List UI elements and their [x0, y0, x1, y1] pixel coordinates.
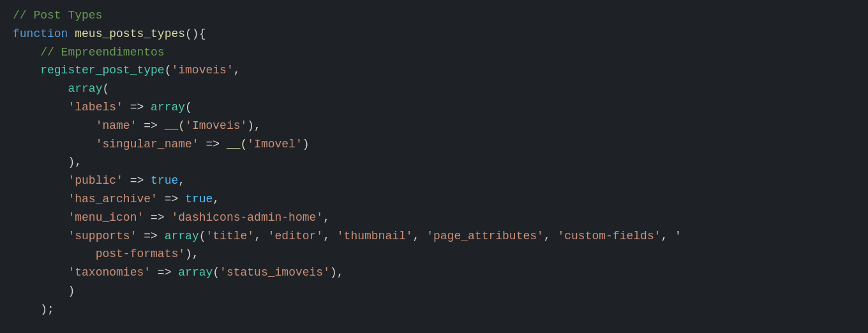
arrow-6: => — [151, 209, 165, 227]
code-line-3: // Empreendimentos — [0, 43, 868, 62]
string-custom-fields: 'custom-fields' — [557, 227, 661, 246]
string-imoveis-label: 'Imoveis' — [185, 117, 247, 135]
string-title: 'title' — [206, 227, 255, 246]
code-line-4: register_post_type ( 'imoveis' , — [0, 61, 868, 80]
key-supports: 'supports' — [68, 227, 137, 246]
func-register-post-type: register_post_type — [40, 61, 164, 80]
string-status-imoveis: 'status_imoveis' — [220, 263, 330, 282]
punctuation-open: (){ — [185, 25, 206, 43]
value-true-1: true — [151, 172, 178, 190]
key-labels: 'labels' — [68, 98, 123, 117]
string-post-formats: post-formats' — [96, 245, 185, 263]
key-has-archive: 'has_archive' — [68, 190, 157, 209]
string-dashicons: 'dashicons-admin-home' — [171, 209, 323, 227]
key-taxonomies: 'taxonomies' — [68, 263, 151, 282]
code-line-6: 'labels' => array ( — [0, 98, 868, 117]
keyword-array-2: array — [151, 98, 185, 117]
keyword-array-4: array — [178, 263, 213, 282]
code-line-5: array ( — [0, 80, 868, 98]
comment-empreendimentos: // Empreendimentos — [40, 43, 164, 62]
arrow-3: => — [206, 135, 220, 154]
func-dunder-2: __( — [227, 135, 247, 154]
code-line-9: ), — [0, 153, 868, 172]
key-public: 'public' — [68, 172, 123, 190]
value-true-2: true — [185, 190, 213, 209]
key-menu-icon: 'menu_icon' — [68, 209, 144, 227]
string-page-attributes: 'page_attributes' — [426, 227, 544, 246]
code-line-11: 'has_archive' => true , — [0, 190, 868, 209]
code-line-14: post-formats' ), — [0, 245, 868, 263]
keyword-array-3: array — [165, 227, 199, 246]
arrow-4: => — [130, 172, 144, 190]
code-line-8: 'singular_name' => __( 'Imovel' ) — [0, 135, 868, 154]
func-dunder-1: __( — [165, 117, 185, 135]
code-line-16: ) — [0, 282, 868, 300]
arrow-1: => — [130, 98, 144, 117]
key-singular-name: 'singular_name' — [96, 135, 199, 154]
string-imoveis: 'imoveis' — [171, 61, 233, 80]
code-line-2: function meus_posts_types (){ — [0, 25, 868, 43]
arrow-7: => — [144, 227, 158, 246]
key-name: 'name' — [96, 117, 137, 135]
arrow-2: => — [144, 117, 158, 135]
keyword-function: function — [13, 25, 68, 43]
code-line-13: 'supports' => array ( 'title' , 'editor'… — [0, 227, 868, 246]
code-line-12: 'menu_icon' => 'dashicons-admin-home' , — [0, 209, 868, 227]
string-imovel-label: 'Imovel' — [247, 135, 302, 154]
string-editor: 'editor' — [268, 227, 323, 246]
code-line-17: ); — [0, 300, 868, 319]
arrow-5: => — [165, 190, 179, 209]
code-line-15: 'taxonomies' => array ( 'status_imoveis'… — [0, 263, 868, 282]
function-name-meus-posts-types: meus_posts_types — [75, 25, 185, 43]
code-line-1: // Post Types — [0, 6, 868, 25]
code-line-10: 'public' => true , — [0, 172, 868, 190]
code-line-7: 'name' => __( 'Imoveis' ), — [0, 117, 868, 135]
arrow-8: => — [158, 263, 172, 282]
code-editor: // Post Types function meus_posts_types … — [0, 0, 868, 333]
string-thumbnail: 'thumbnail' — [337, 227, 413, 246]
keyword-array-1: array — [68, 80, 102, 98]
comment-post-types: // Post Types — [13, 6, 102, 25]
